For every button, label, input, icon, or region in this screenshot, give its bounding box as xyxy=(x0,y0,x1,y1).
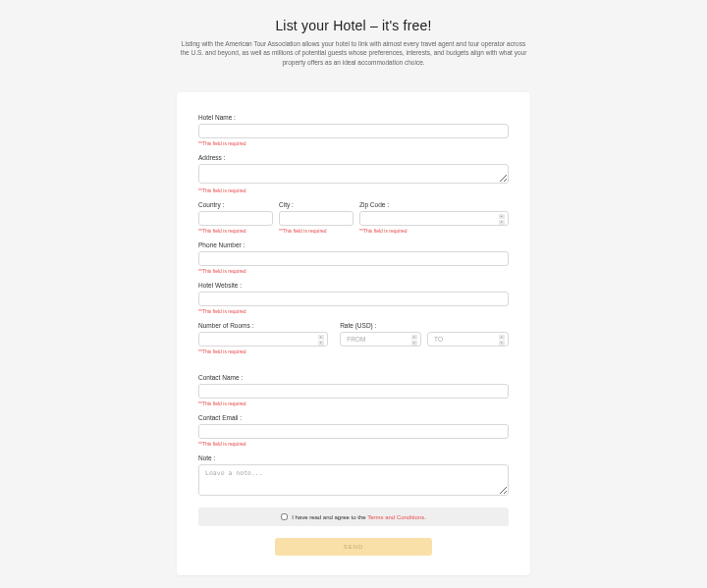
hotel-name-error: **This field is required xyxy=(198,140,509,146)
rate-to-wrap[interactable]: ▴ ▾ xyxy=(427,332,509,347)
rooms-input[interactable] xyxy=(205,336,311,343)
contact-name-error: **This field is required xyxy=(198,401,509,406)
rate-label: Rate (USD) : xyxy=(340,322,509,329)
spinner-up-icon[interactable]: ▴ xyxy=(411,335,417,340)
rooms-field: Number of Rooms : ▴ ▾ **This field is re… xyxy=(198,322,328,354)
zip-spinner: ▴ ▾ xyxy=(499,214,505,225)
address-input[interactable] xyxy=(198,164,509,184)
rate-to-input[interactable] xyxy=(434,336,492,343)
rooms-spinner: ▴ ▾ xyxy=(318,335,324,346)
contact-email-error: **This field is required xyxy=(198,441,509,447)
spinner-up-icon[interactable]: ▴ xyxy=(499,214,505,219)
address-error: **This field is required xyxy=(198,187,509,193)
website-label: Hotel Website : xyxy=(198,282,509,289)
spinner-down-icon[interactable]: ▾ xyxy=(499,341,505,346)
agree-suffix: . xyxy=(424,514,426,520)
address-field: Address : **This field is required xyxy=(198,154,509,193)
rooms-label: Number of Rooms : xyxy=(198,322,328,329)
phone-label: Phone Number : xyxy=(198,241,509,248)
country-field: Country : **This field is required xyxy=(198,201,273,234)
spinner-down-icon[interactable]: ▾ xyxy=(499,220,505,225)
spinner-up-icon[interactable]: ▴ xyxy=(499,335,505,340)
terms-link[interactable]: Terms and Conditions xyxy=(367,514,424,520)
agree-bar: I have read and agree to the Terms and C… xyxy=(198,508,509,526)
contact-name-input[interactable] xyxy=(198,384,509,399)
zip-input[interactable] xyxy=(366,215,492,222)
listing-form-card: Hotel Name : **This field is required Ad… xyxy=(177,92,530,575)
rate-from-input[interactable] xyxy=(347,336,405,343)
rate-from-spinner: ▴ ▾ xyxy=(411,335,417,346)
spinner-down-icon[interactable]: ▾ xyxy=(411,341,417,346)
zip-field: Zip Code : ▴ ▾ **This field is required xyxy=(359,201,509,234)
send-button[interactable]: SEND xyxy=(275,538,432,556)
phone-error: **This field is required xyxy=(198,268,509,274)
rate-from-wrap[interactable]: ▴ ▾ xyxy=(340,332,421,347)
website-input[interactable] xyxy=(198,292,509,306)
contact-email-label: Contact Email : xyxy=(198,414,509,421)
agree-checkbox[interactable] xyxy=(281,513,288,520)
note-field: Note : xyxy=(198,454,509,498)
hotel-name-input[interactable] xyxy=(198,124,509,138)
spinner-down-icon[interactable]: ▾ xyxy=(318,341,324,346)
city-error: **This field is required xyxy=(279,228,354,234)
page-subtitle: Listing with the American Tour Associati… xyxy=(177,39,530,67)
phone-field: Phone Number : **This field is required xyxy=(198,241,509,274)
rate-field: Rate (USD) : ▴ ▾ ▴ ▾ xyxy=(340,322,509,354)
country-error: **This field is required xyxy=(198,228,273,234)
contact-email-field: Contact Email : **This field is required xyxy=(198,414,509,447)
country-input[interactable] xyxy=(198,211,273,226)
website-error: **This field is required xyxy=(198,308,509,314)
hotel-name-label: Hotel Name : xyxy=(198,114,509,121)
country-label: Country : xyxy=(198,201,273,208)
rate-to-spinner: ▴ ▾ xyxy=(499,335,505,346)
address-label: Address : xyxy=(198,154,509,161)
agree-prefix: I have read and agree to the xyxy=(292,514,367,520)
zip-label: Zip Code : xyxy=(359,201,509,208)
note-label: Note : xyxy=(198,454,509,461)
spinner-up-icon[interactable]: ▴ xyxy=(318,335,324,340)
zip-input-wrap[interactable]: ▴ ▾ xyxy=(359,211,509,226)
phone-input[interactable] xyxy=(198,251,509,266)
note-input[interactable] xyxy=(198,464,509,496)
contact-name-label: Contact Name : xyxy=(198,374,509,381)
website-field: Hotel Website : **This field is required xyxy=(198,282,509,314)
zip-error: **This field is required xyxy=(359,228,509,234)
rooms-error: **This field is required xyxy=(198,348,328,354)
page-title: List your Hotel – it's free! xyxy=(29,18,678,33)
city-label: City : xyxy=(279,201,354,208)
contact-email-input[interactable] xyxy=(198,424,509,439)
rooms-input-wrap[interactable]: ▴ ▾ xyxy=(198,332,328,347)
hotel-name-field: Hotel Name : **This field is required xyxy=(198,114,509,146)
agree-text: I have read and agree to the Terms and C… xyxy=(292,514,426,520)
city-input[interactable] xyxy=(279,211,354,226)
contact-name-field: Contact Name : **This field is required xyxy=(198,374,509,406)
city-field: City : **This field is required xyxy=(279,201,354,234)
